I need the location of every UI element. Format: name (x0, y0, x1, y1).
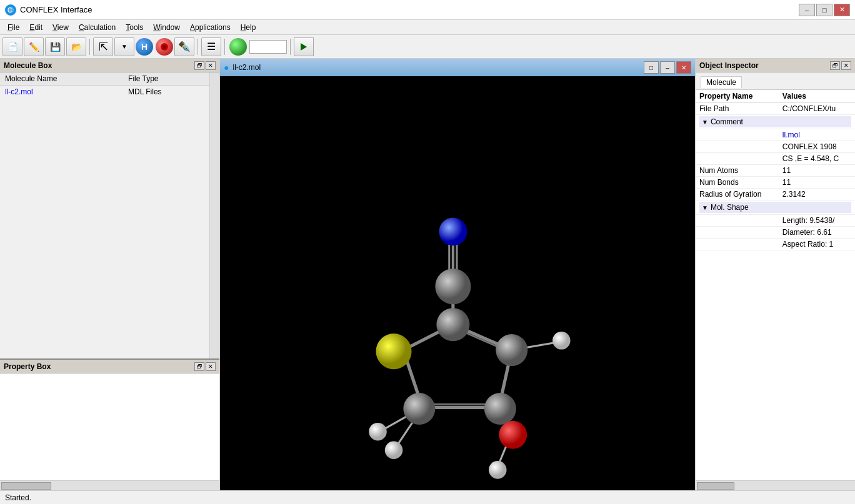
menu-edit[interactable]: Edit (24, 22, 48, 33)
property-box-restore[interactable]: 🗗 (194, 362, 204, 371)
prop-radius-row: Radius of Gyration 2.3142 (696, 189, 855, 200)
run-button[interactable] (229, 38, 247, 56)
molecule-table: Molecule Name File Type ll-c2.mol MDL Fi… (0, 72, 209, 98)
menu-view[interactable]: View (48, 22, 74, 33)
toolbar-separator-1 (89, 39, 90, 55)
status-bar: Started. (0, 490, 855, 504)
edit-button[interactable]: ✏️ (24, 37, 44, 56)
pen-tool[interactable]: ✒️ (174, 37, 194, 56)
object-inspector-title: Object Inspector (699, 61, 759, 70)
molecule-box-title: Molecule Box (4, 61, 52, 70)
molecule-box-scrollbar[interactable] (209, 72, 219, 358)
prop-mol-shape-section-row[interactable]: ▼ Mol. Shape (696, 200, 855, 215)
inner-title-controls: □ – ✕ (644, 61, 691, 74)
hydrogen-button[interactable]: H (136, 38, 153, 56)
mol-shape-value-2: Diameter: 6.61 (779, 227, 855, 239)
prop-file-path-value: C:/CONFLEX/tu (779, 103, 855, 115)
molecule-file-type: MDL Files (123, 86, 209, 99)
menu-applications[interactable]: Applications (185, 22, 236, 33)
list-button[interactable]: ☰ (201, 37, 221, 56)
menu-help[interactable]: Help (236, 22, 261, 33)
play-button[interactable] (294, 37, 314, 56)
open-button[interactable]: 📂 (66, 37, 86, 56)
object-inspector-header: Object Inspector 🗗 ✕ (696, 59, 855, 72)
menu-file[interactable]: File (2, 22, 24, 33)
tool-arrow-down[interactable]: ▼ (114, 37, 134, 56)
prop-num-bonds-row: Num Bonds 11 (696, 177, 855, 189)
carbon-atom-3 (496, 334, 528, 366)
molecule-list-area[interactable]: Molecule Name File Type ll-c2.mol MDL Fi… (0, 72, 209, 358)
maximize-button[interactable]: □ (816, 4, 832, 16)
molecule-box-restore[interactable]: 🗗 (194, 61, 204, 70)
prop-num-bonds-label: Num Bonds (696, 177, 779, 189)
property-box-header: Property Box 🗗 ✕ (0, 360, 219, 373)
carbon-atom-5 (484, 393, 516, 425)
property-box-controls: 🗗 ✕ (194, 362, 216, 371)
hydrogen-atom-4 (489, 461, 507, 479)
comment-section-toggle[interactable]: ▼ Comment (699, 116, 851, 127)
inspector-tab-bar: Molecule (696, 72, 855, 90)
col-property-name: Property Name (696, 90, 779, 103)
inner-restore-button[interactable]: □ (644, 61, 659, 74)
molecule-viewer[interactable] (220, 76, 695, 490)
property-box-close[interactable]: ✕ (206, 362, 216, 371)
new-button[interactable]: 📄 (2, 37, 22, 56)
mol-shape-value-1-row: Length: 9.5438/ (696, 215, 855, 227)
mol-shape-value-3: Aspect Ratio: 1 (779, 239, 855, 250)
main-layout: Molecule Box 🗗 ✕ Molecule Name File Type (0, 59, 855, 490)
title-bar: C CONFLEX Interface – □ ✕ (0, 0, 855, 20)
menu-calculation[interactable]: Calculation (74, 22, 121, 33)
molecule-name-link[interactable]: ll-c2.mol (5, 87, 33, 96)
molecule-box-close[interactable]: ✕ (206, 61, 216, 70)
comment-value-3-row: CS ,E = 4.548, C (696, 153, 855, 165)
menu-window[interactable]: Window (148, 22, 185, 33)
inspector-hscroll-thumb[interactable] (697, 482, 734, 490)
inner-tab-icon: ● (224, 62, 229, 72)
comment-label: Comment (711, 117, 743, 126)
prop-num-atoms-row: Num Atoms 11 (696, 165, 855, 177)
comment-value-2-row: CONFLEX 1908 (696, 141, 855, 153)
toolbar: 📄 ✏️ 💾 📂 ⇱ ▼ H ✒️ ☰ (0, 35, 855, 59)
menu-tools[interactable]: Tools (121, 22, 148, 33)
inspector-tab-molecule[interactable]: Molecule (701, 76, 742, 88)
minimize-button[interactable]: – (799, 4, 815, 16)
stop-button[interactable] (156, 38, 173, 56)
hscroll-thumb[interactable] (1, 482, 51, 490)
prop-num-atoms-label: Num Atoms (696, 165, 779, 177)
toolbar-input[interactable] (249, 40, 287, 54)
carbon-atom-2 (436, 308, 469, 341)
save-button[interactable]: 💾 (45, 37, 65, 56)
close-button[interactable]: ✕ (834, 4, 850, 16)
property-box-title: Property Box (4, 362, 51, 371)
mol-shape-chevron-icon: ▼ (702, 204, 708, 211)
prop-num-bonds-value: 11 (779, 177, 855, 189)
left-panel: Molecule Box 🗗 ✕ Molecule Name File Type (0, 59, 220, 490)
tool-select[interactable]: ⇱ (93, 37, 113, 56)
inspector-table: Property Name Values File Path C:/CONFLE… (696, 90, 855, 250)
inspector-restore[interactable]: 🗗 (830, 61, 840, 70)
molecule-box-container: Molecule Box 🗗 ✕ Molecule Name File Type (0, 59, 219, 358)
comment-chevron-icon: ▼ (702, 119, 708, 126)
inspector-close[interactable]: ✕ (841, 61, 851, 70)
inner-minimize-button[interactable]: – (660, 61, 675, 74)
inspector-hscroll[interactable] (696, 480, 855, 490)
comment-value-1-row: ll.mol (696, 129, 855, 141)
molecule-row[interactable]: ll-c2.mol MDL Files (0, 86, 209, 99)
prop-comment-section-row[interactable]: ▼ Comment (696, 115, 855, 129)
oxygen-atom (499, 421, 527, 449)
sulfur-atom (376, 334, 411, 369)
inner-close-button[interactable]: ✕ (676, 61, 691, 74)
svg-rect-3 (162, 45, 166, 49)
col-values: Values (779, 90, 855, 103)
prop-radius-label: Radius of Gyration (696, 189, 779, 200)
comment-value-1: ll.mol (779, 129, 855, 141)
left-panel-hscroll[interactable] (0, 480, 219, 490)
mol-shape-section-toggle[interactable]: ▼ Mol. Shape (699, 202, 851, 213)
menu-bar: File Edit View Calculation Tools Window … (0, 20, 855, 35)
prop-file-path-row: File Path C:/CONFLEX/tu (696, 103, 855, 115)
molecule-box-header: Molecule Box 🗗 ✕ (0, 59, 219, 72)
inner-title-left: ● ll-c2.mol (224, 62, 261, 72)
toolbar-separator-2 (198, 39, 198, 55)
molecule-box-body: Molecule Name File Type ll-c2.mol MDL Fi… (0, 72, 219, 358)
inspector-content: Property Name Values File Path C:/CONFLE… (696, 90, 855, 480)
